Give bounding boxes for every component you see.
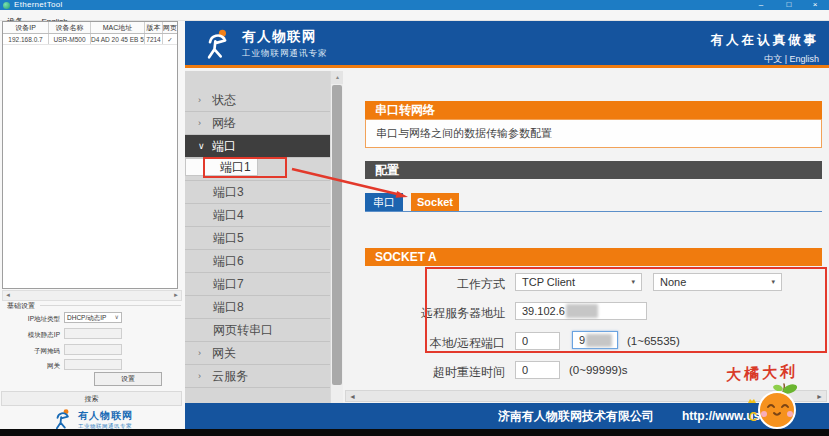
port-label: 本地/远程端口 — [395, 335, 505, 352]
nav-label: 端口3 — [213, 184, 244, 201]
reconnect-label: 超时重连时间 — [395, 364, 505, 381]
chevron-right-icon: › — [198, 95, 212, 105]
nav-label: 状态 — [212, 92, 236, 109]
nav-web-to-serial[interactable]: 网页转串口 — [185, 319, 330, 342]
caret-down-icon: ▾ — [631, 278, 635, 286]
chevron-right-icon: › — [198, 371, 212, 381]
work-mode-secondary-select[interactable]: None ▾ — [653, 273, 782, 291]
scrollbar-thumb[interactable] — [332, 85, 342, 385]
nav-label: 端口6 — [213, 253, 244, 270]
search-button[interactable]: 搜索 — [1, 391, 182, 406]
port-range-hint: (1~65535) — [627, 335, 680, 347]
col-mac: MAC地址 — [91, 22, 145, 33]
nav-label: 端口4 — [213, 207, 244, 224]
device-table-header: 设备IP 设备名称 MAC地址 版本 网页 — [3, 22, 177, 34]
nav-network[interactable]: › 网络 — [185, 112, 330, 135]
device-table: 设备IP 设备名称 MAC地址 版本 网页 192.168.0.7 USR-M5… — [2, 21, 178, 289]
section-description: 串口与网络之间的数据传输参数配置 — [365, 119, 822, 148]
scroll-left-icon[interactable]: ◄ — [5, 291, 11, 300]
nav-port3[interactable]: 端口3 — [185, 181, 330, 204]
web-config-page: 有人物联网 工业物联网通讯专家 有人在认真做事 中文 | English › 状… — [185, 21, 829, 429]
close-button[interactable]: × — [803, 0, 827, 10]
reconnect-range-hint: (0~99999)s — [569, 364, 628, 376]
work-mode-label: 工作方式 — [395, 276, 505, 293]
subnet-mask-label: 子网掩码 — [0, 347, 60, 356]
nav-ports[interactable]: ∨ 端口 — [185, 135, 330, 158]
scroll-left-icon[interactable]: ◄ — [349, 391, 356, 402]
tab-socket[interactable]: Socket — [411, 193, 459, 211]
col-device-ip: 设备IP — [3, 22, 49, 33]
gateway-label: 网关 — [0, 362, 60, 371]
reconnect-field[interactable] — [515, 361, 560, 379]
work-mode-secondary-value: None — [660, 276, 686, 288]
nav-cloud[interactable]: › 云服务 — [185, 365, 330, 388]
device-version: 7214 — [145, 34, 163, 44]
socket-a-bar: SOCKET A — [365, 248, 822, 266]
minimize-button[interactable]: – — [749, 0, 773, 10]
col-web: 网页 — [163, 22, 177, 33]
chevron-right-icon: › — [198, 118, 212, 128]
nav-label: 端口7 — [213, 276, 244, 293]
web-brand: 有人物联网 工业物联网通讯专家 — [201, 28, 328, 60]
ip-type-select[interactable]: DHCP/动态IP ∨ — [64, 312, 122, 323]
window-title: EthernetTool — [14, 0, 63, 10]
gateway-field[interactable] — [64, 359, 122, 370]
device-web-link[interactable]: ✓ — [163, 34, 177, 44]
device-row[interactable]: 192.168.0.7 USR-M500 D4 AD 20 45 EB 51 7… — [3, 34, 177, 45]
groupbox-divider — [40, 305, 181, 306]
usr-person-icon-white — [201, 28, 235, 60]
language-switch[interactable]: 中文 | English — [711, 53, 820, 66]
nav-gateway[interactable]: › 网关 — [185, 342, 330, 365]
maximize-button[interactable]: □ — [777, 0, 801, 10]
scroll-right-icon[interactable]: ► — [173, 291, 179, 300]
main-content: 串口转网络 串口与网络之间的数据传输参数配置 配置 串口 Socket SOCK… — [343, 71, 829, 403]
nav-port5[interactable]: 端口5 — [185, 227, 330, 250]
basic-settings-title: 基础设置 — [5, 301, 37, 311]
static-ip-field[interactable] — [64, 328, 122, 339]
scroll-right-icon[interactable]: ► — [816, 391, 823, 402]
redaction-blur — [566, 304, 598, 318]
nav-port6[interactable]: 端口6 — [185, 250, 330, 273]
menu-bar: 设备 English — [0, 10, 829, 21]
mascot-badge-letter: C — [749, 410, 758, 424]
nav-label: 端口5 — [213, 230, 244, 247]
nav-label: 端口 — [212, 138, 236, 155]
tab-serial[interactable]: 串口 — [365, 193, 403, 211]
web-brand-name: 有人物联网 — [242, 28, 328, 46]
nav-status[interactable]: › 状态 — [185, 89, 330, 112]
local-port-field[interactable] — [515, 332, 560, 350]
app-icon — [3, 2, 10, 9]
nav-port1[interactable]: 端口1 — [185, 158, 258, 176]
work-mode-value: TCP Client — [522, 276, 575, 288]
nav-label: 网页转串口 — [213, 322, 273, 339]
section-title-bar: 串口转网络 — [365, 101, 822, 119]
nav-label: 网关 — [212, 345, 236, 362]
col-device-name: 设备名称 — [49, 22, 91, 33]
orange-mascot: C — [745, 381, 809, 429]
nav-port4[interactable]: 端口4 — [185, 204, 330, 227]
static-ip-label: 模块静态IP — [0, 331, 60, 340]
table-horizontal-scrollbar[interactable]: ◄ ► — [2, 290, 182, 301]
nav-label: 云服务 — [212, 368, 248, 385]
sidebar-nav: › 状态 › 网络 ∨ 端口 端口1 端口2 端口3 端口4 — [185, 71, 330, 403]
footer-company: 济南有人物联网技术有限公司 — [498, 403, 654, 429]
title-bar: EthernetTool – □ × — [0, 0, 829, 10]
device-name: USR-M500 — [49, 34, 91, 44]
caret-down-icon: ▾ — [771, 278, 775, 286]
subnet-mask-field[interactable] — [64, 344, 122, 355]
col-version: 版本 — [145, 22, 163, 33]
web-brand-slogan: 工业物联网通讯专家 — [242, 48, 328, 60]
ethernet-tool-window: EthernetTool – □ × 设备 English 设备IP 设备名称 … — [0, 0, 829, 436]
redaction-blur — [586, 334, 612, 347]
work-mode-select[interactable]: TCP Client ▾ — [515, 273, 642, 291]
nav-label: 网络 — [212, 115, 236, 132]
web-footer: 济南有人物联网技术有限公司 http://www.usr.cn — [185, 403, 829, 429]
app-footer-logo: 有人物联网 工业物联网通讯专家 — [0, 408, 185, 430]
chevron-right-icon: › — [198, 348, 212, 358]
set-button[interactable]: 设置 — [94, 372, 162, 386]
nav-port8[interactable]: 端口8 — [185, 296, 330, 319]
bottom-black-strip — [0, 429, 829, 436]
nav-port7[interactable]: 端口7 — [185, 273, 330, 296]
page-vertical-scrollbar[interactable]: ▴ — [330, 71, 343, 403]
left-panel: 设备IP 设备名称 MAC地址 版本 网页 192.168.0.7 USR-M5… — [0, 21, 185, 429]
